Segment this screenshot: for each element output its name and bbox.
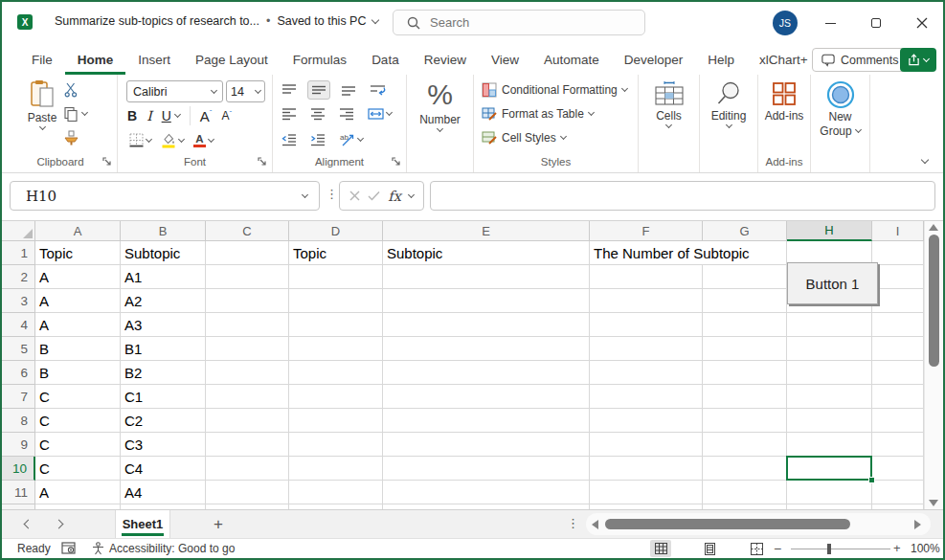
- cell-C10[interactable]: [206, 457, 289, 481]
- cell-A8[interactable]: C: [35, 409, 121, 433]
- row-header-4[interactable]: 4: [2, 313, 35, 337]
- cell-F5[interactable]: [590, 337, 703, 361]
- cell-E3[interactable]: [383, 289, 590, 313]
- cell-C2[interactable]: [206, 265, 289, 289]
- insert-function-button[interactable]: fx: [388, 189, 401, 204]
- wrap-text-button[interactable]: [367, 81, 389, 99]
- cell-F4[interactable]: [590, 313, 703, 337]
- format-painter-button[interactable]: [63, 130, 79, 146]
- cell-F9[interactable]: [590, 433, 703, 457]
- cell-H9[interactable]: [787, 433, 872, 457]
- comments-button[interactable]: Comments: [812, 48, 908, 72]
- align-top-button[interactable]: [279, 81, 300, 99]
- column-header-F[interactable]: F: [590, 221, 703, 241]
- fx-chevron-icon[interactable]: [408, 190, 415, 197]
- cell-D3[interactable]: [289, 289, 383, 313]
- cell-B11[interactable]: A4: [121, 481, 206, 504]
- scroll-right-arrow[interactable]: [914, 520, 921, 529]
- cell-B7[interactable]: C1: [121, 385, 206, 409]
- new-sheet-button[interactable]: +: [209, 515, 228, 534]
- column-header-E[interactable]: E: [383, 221, 590, 241]
- tab-xlchart-[interactable]: xlChart+: [747, 44, 821, 75]
- row-header-11[interactable]: 11: [2, 481, 35, 504]
- conditional-formatting-button[interactable]: Conditional Formatting: [482, 82, 627, 98]
- cell-E6[interactable]: [383, 361, 590, 385]
- cell-A4[interactable]: A: [35, 313, 121, 337]
- cell-E9[interactable]: [383, 433, 590, 457]
- tab-formulas[interactable]: Formulas: [281, 44, 359, 75]
- cell-B1[interactable]: Subtopic: [121, 241, 206, 265]
- clipboard-dialog-launcher[interactable]: [102, 157, 112, 167]
- tab-review[interactable]: Review: [412, 44, 479, 75]
- cell-I11[interactable]: [872, 481, 924, 504]
- cell-C4[interactable]: [206, 313, 289, 337]
- cell-C5[interactable]: [206, 337, 289, 361]
- cell-C1[interactable]: [206, 241, 289, 265]
- cell-D11[interactable]: [289, 481, 383, 504]
- font-dialog-launcher[interactable]: [258, 157, 267, 167]
- decrease-font-button[interactable]: Aˇ: [221, 109, 232, 123]
- paste-button[interactable]: Paste: [17, 79, 67, 129]
- copy-button[interactable]: [63, 106, 87, 122]
- cell-F11[interactable]: [590, 481, 703, 504]
- row-header-10[interactable]: 10: [2, 457, 35, 481]
- zoom-slider-thumb[interactable]: [827, 544, 831, 554]
- column-header-A[interactable]: A: [35, 221, 121, 241]
- cell-B5[interactable]: B1: [121, 337, 206, 361]
- italic-button[interactable]: I: [146, 108, 152, 123]
- increase-font-button[interactable]: Aˆ: [200, 108, 213, 124]
- tab-automate[interactable]: Automate: [531, 44, 612, 75]
- cell-E10[interactable]: [383, 457, 590, 481]
- cell-I9[interactable]: [872, 433, 924, 457]
- column-header-C[interactable]: C: [206, 221, 289, 241]
- vertical-scrollbar[interactable]: [924, 221, 943, 509]
- tab-view[interactable]: View: [479, 44, 531, 75]
- share-button[interactable]: [900, 48, 936, 72]
- cell-D1[interactable]: Topic: [289, 241, 383, 265]
- close-button[interactable]: [901, 10, 943, 36]
- cell-G8[interactable]: [703, 409, 787, 433]
- scroll-up-arrow[interactable]: [929, 224, 938, 231]
- cell-G4[interactable]: [703, 313, 787, 337]
- cell-F3[interactable]: [590, 289, 703, 313]
- orientation-button[interactable]: ab: [336, 130, 366, 148]
- active-cell-selection[interactable]: [786, 456, 872, 481]
- name-box[interactable]: H10: [10, 181, 320, 211]
- fill-handle[interactable]: [868, 477, 875, 483]
- cell-I7[interactable]: [872, 385, 924, 409]
- cell-G5[interactable]: [703, 337, 787, 361]
- cell-D6[interactable]: [289, 361, 383, 385]
- cell-E1[interactable]: Subtopic: [383, 241, 590, 265]
- cell-B10[interactable]: C4: [121, 457, 206, 481]
- zoom-in-button[interactable]: +: [893, 541, 901, 555]
- cell-E4[interactable]: [383, 313, 590, 337]
- column-header-B[interactable]: B: [121, 221, 206, 241]
- cell-I5[interactable]: [872, 337, 924, 361]
- cell-G2[interactable]: [703, 265, 787, 289]
- cut-button[interactable]: [63, 82, 79, 98]
- select-all-button[interactable]: [2, 221, 35, 241]
- row-header-9[interactable]: 9: [2, 433, 35, 457]
- cell-A1[interactable]: Topic: [35, 241, 121, 265]
- row-header-5[interactable]: 5: [2, 337, 35, 361]
- cell-G10[interactable]: [703, 457, 787, 481]
- font-size-combo[interactable]: 14: [226, 80, 265, 102]
- saved-status[interactable]: Saved to this PC: [277, 14, 366, 28]
- font-name-combo[interactable]: Calibri: [126, 80, 223, 102]
- cell-A7[interactable]: C: [35, 385, 121, 409]
- cell-B8[interactable]: C2: [121, 409, 206, 433]
- cell-B4[interactable]: A3: [121, 313, 206, 337]
- cell-C9[interactable]: [206, 433, 289, 457]
- cell-F8[interactable]: [590, 409, 703, 433]
- row-header-6[interactable]: 6: [2, 361, 35, 385]
- scroll-left-arrow[interactable]: [592, 520, 598, 529]
- increase-indent-button[interactable]: [307, 131, 328, 148]
- column-header-D[interactable]: D: [289, 221, 383, 241]
- cell-A10[interactable]: C: [35, 457, 121, 481]
- form-control-button[interactable]: Button 1: [787, 262, 878, 304]
- cell-C3[interactable]: [206, 289, 289, 313]
- cell-E11[interactable]: [383, 481, 590, 504]
- cell-H8[interactable]: [787, 409, 872, 433]
- cell-G11[interactable]: [703, 481, 787, 504]
- cell-C7[interactable]: [206, 385, 289, 409]
